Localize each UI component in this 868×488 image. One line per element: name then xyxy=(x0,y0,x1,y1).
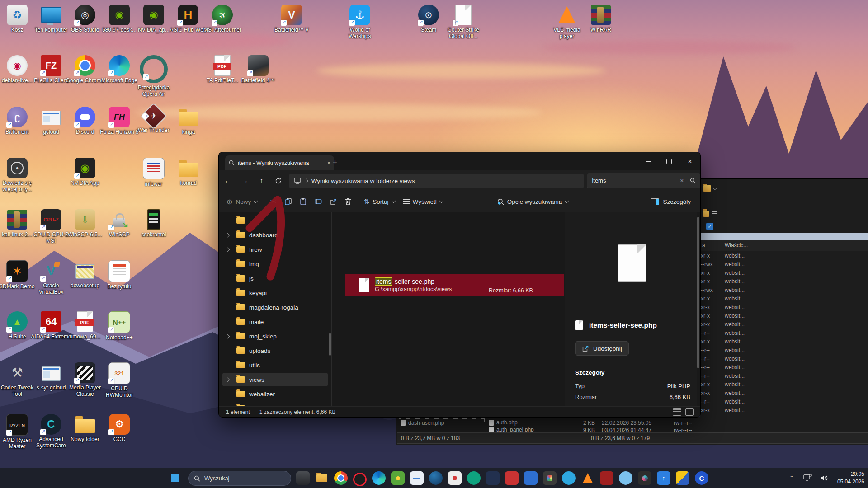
winscp-file-row[interactable]: xr-xwebsit... xyxy=(700,277,868,286)
sidebar-item-magdalena-rogala[interactable]: magdalena-rogala xyxy=(222,300,328,314)
taskbar-app-navy[interactable] xyxy=(486,471,500,485)
desktop-icon-hwmonitor[interactable]: 321 CPUID HWMonitor xyxy=(99,362,140,399)
winscp-focused-row[interactable]: dash-useri.php xyxy=(399,418,485,427)
winscp-file-row[interactable]: xr-xwebsit... xyxy=(700,406,868,415)
winscp-file-row[interactable]: xr-xwebsit... xyxy=(700,303,868,312)
winscp-file-row[interactable]: xr-xwebsit... xyxy=(700,389,868,398)
column-permissions[interactable]: a xyxy=(702,242,705,249)
volume-icon[interactable] xyxy=(820,474,828,482)
taskbar-app-chrome[interactable] xyxy=(334,471,348,485)
desktop-icon-ssekrantel[interactable]: ssekrantel xyxy=(133,209,174,238)
sidebar-item-views[interactable]: views xyxy=(222,373,328,386)
cut-button[interactable]: ✂ xyxy=(266,194,280,209)
taskbar-app-steam[interactable] xyxy=(429,471,443,485)
close-button[interactable]: ✕ xyxy=(679,152,700,170)
column-owner[interactable]: Właścic... xyxy=(725,242,748,249)
sidebar-scrollbar[interactable] xyxy=(329,333,331,356)
winscp-file-row[interactable]: xr-xwebsit... xyxy=(700,312,868,320)
tree-chevron-icon[interactable] xyxy=(222,248,232,251)
details-view-toggle-icon[interactable] xyxy=(673,408,681,416)
sidebar-item-firew[interactable]: firew xyxy=(222,243,328,256)
winscp-file-row[interactable]: --rwxwebsit... xyxy=(700,286,868,295)
sort-button[interactable]: ⇅Sortuj xyxy=(360,194,399,209)
winscp-column-headers[interactable]: a Właścic... xyxy=(700,240,868,251)
taskbar-search[interactable]: Wyszukaj xyxy=(188,471,291,486)
sidebar-item-uploads[interactable]: uploads xyxy=(222,344,328,357)
winscp-file-row[interactable]: --r--websit... xyxy=(700,329,868,338)
tray-clock[interactable]: 20:05 05.04.2026 xyxy=(837,470,864,485)
sidebar-item-folder[interactable] xyxy=(222,214,328,227)
tree-chevron-icon[interactable] xyxy=(222,378,232,381)
winscp-toolbar-check[interactable]: ✓ xyxy=(703,220,717,233)
details-pane-toggle[interactable]: Szczegóły xyxy=(646,194,695,209)
taskbar-app-photos[interactable] xyxy=(638,471,651,485)
taskbar-app-yellowblue[interactable] xyxy=(676,471,689,485)
forward-button[interactable]: → xyxy=(237,174,252,188)
view-button[interactable]: Wyświetl xyxy=(399,194,447,209)
winscp-file-row[interactable]: --rwxwebsit... xyxy=(700,260,868,269)
desktop-icon-notepad-plus[interactable]: N++ Notepad++ xyxy=(99,311,140,341)
taskbar-app-blue[interactable] xyxy=(524,471,538,485)
search-result-item[interactable]: items-seller-see.php G:\xampp\xampp\htdo… xyxy=(345,274,564,296)
winscp-file-row[interactable]: xr-xwebsit... xyxy=(700,269,868,277)
rename-button[interactable] xyxy=(311,194,326,209)
taskbar-app-edge[interactable] xyxy=(372,471,386,485)
scrollbar-thumb[interactable] xyxy=(697,217,699,368)
winscp-file-row[interactable]: --r--websit... xyxy=(700,355,868,363)
winscp-file-row[interactable]: xr-xwebsit... xyxy=(700,338,868,346)
new-tab-button[interactable]: + xyxy=(333,158,337,167)
copy-button[interactable] xyxy=(281,194,296,209)
taskbar-app-teal[interactable] xyxy=(467,471,481,485)
breadcrumb[interactable]: Wyniki wyszukiwania w folderze views xyxy=(289,174,584,188)
start-button[interactable] xyxy=(168,471,182,485)
taskbar-app-light-doc[interactable] xyxy=(410,471,424,485)
winscp-file-row[interactable]: --r--websit... xyxy=(700,346,868,355)
tray-chevron-up-icon[interactable]: ⌃ xyxy=(787,475,796,481)
winscp-file-row[interactable]: --r--websit... xyxy=(700,372,868,380)
taskbar-app-dark[interactable] xyxy=(543,471,557,485)
taskbar-app-screenshot-tool[interactable] xyxy=(296,471,310,485)
tab-close-icon[interactable]: × xyxy=(327,160,330,166)
delete-button[interactable] xyxy=(341,194,355,209)
thumbnail-view-toggle-icon[interactable] xyxy=(685,408,694,416)
taskbar-app-lightblue[interactable] xyxy=(619,471,632,485)
winscp-toolbar-folder[interactable] xyxy=(703,182,717,195)
desktop-icon-counter-strike[interactable]: Couter Strike Global Off... xyxy=(443,5,484,40)
desktop-icon-msi-afterburner[interactable]: ✈ MSI Afterburner xyxy=(202,5,243,33)
share-button[interactable] xyxy=(326,194,341,209)
desktop-icon-battlefield-v[interactable]: V Battlefield™ V xyxy=(271,5,312,33)
taskbar-app-opera[interactable] xyxy=(353,473,367,486)
desktop-icon-ta-pdf[interactable]: PDF TA PdfFileT... xyxy=(202,55,243,84)
desktop-icon-gcc[interactable]: ⚙ GCC xyxy=(99,414,140,443)
winscp-file-row[interactable]: --r--websit... xyxy=(700,363,868,372)
desktop-icon-folder-kinga[interactable]: kinga xyxy=(168,107,209,136)
content-scrollbar[interactable] xyxy=(697,212,699,407)
sidebar-item-moj_sklep[interactable]: moj_sklep xyxy=(222,329,328,343)
winscp-file-row[interactable]: --r--websit... xyxy=(700,398,868,406)
winscp-row[interactable]: auth.php xyxy=(489,419,518,426)
taskbar-app-green[interactable] xyxy=(391,471,405,485)
taskbar-app-vlc[interactable] xyxy=(581,471,594,485)
winscp-file-row[interactable]: xr-xwebsit... xyxy=(700,295,868,303)
desktop-icon-nvidia-app[interactable]: ◉ NVIDIA App xyxy=(65,158,105,187)
minimize-button[interactable] xyxy=(638,152,659,170)
desktop-icon-battlefield-4[interactable]: Battlefield 4™ xyxy=(238,55,278,84)
paste-button[interactable] xyxy=(296,194,311,209)
tree-chevron-icon[interactable] xyxy=(222,234,232,237)
clear-search-icon[interactable]: × xyxy=(680,177,684,184)
taskbar-app-red[interactable] xyxy=(505,471,519,485)
sidebar-item-maile[interactable]: maile xyxy=(222,315,328,328)
winscp-file-row[interactable]: xr-xwebsit... xyxy=(700,252,868,260)
search-options-button[interactable]: Opcje wyszukiwania xyxy=(493,194,573,209)
maximize-button[interactable] xyxy=(659,152,679,170)
desktop-icon-bez-tytulu[interactable]: Bez tytułu xyxy=(99,260,140,290)
taskbar-app-skyblue[interactable] xyxy=(562,471,576,485)
taskbar-app-darkred[interactable] xyxy=(600,471,613,485)
taskbar-app-file-explorer[interactable] xyxy=(315,471,329,485)
desktop-icon-learn-more[interactable]: ● Dowiedz się więcej o ty... xyxy=(0,158,38,193)
new-button[interactable]: ⊕Nowy xyxy=(222,194,261,209)
refresh-button[interactable] xyxy=(271,174,286,188)
tree-chevron-icon[interactable] xyxy=(222,335,232,338)
sidebar-item-img[interactable]: img xyxy=(222,257,328,271)
desktop-icon-world-of-warships[interactable]: ⚓ World of Warships xyxy=(340,5,380,40)
